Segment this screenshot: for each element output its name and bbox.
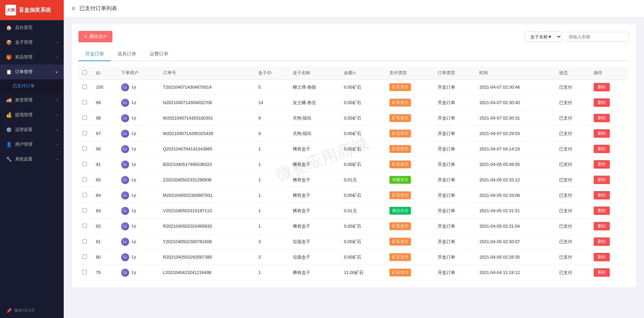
row-checkbox[interactable] (83, 177, 87, 182)
delete-row-button[interactable]: 删除 (594, 176, 610, 184)
row-checkbox[interactable] (83, 239, 87, 243)
avatar: Ly (121, 207, 129, 215)
cell-order-type: 开盒订单 (434, 110, 476, 126)
delete-row-button[interactable]: 删除 (594, 207, 610, 215)
user-icon (6, 142, 12, 147)
delete-row-button[interactable]: 删除 (594, 160, 610, 169)
sidebar-item-home[interactable]: 后台首页 (0, 20, 64, 35)
row-checkbox-cell[interactable] (78, 265, 92, 280)
cell-box-id: 1 (254, 172, 289, 188)
cell-id: 84 (92, 188, 117, 203)
sidebar-item-box-mgmt[interactable]: 盒子管理 › (0, 35, 64, 50)
cell-amount: 0.00矿石 (340, 219, 385, 234)
delete-row-button[interactable]: 删除 (594, 114, 610, 122)
cell-status: 已支付 (555, 141, 590, 157)
cell-pay-type: 矿石支付 (385, 234, 434, 249)
sidebar-item-prize-mgmt[interactable]: 奖品管理 › (0, 50, 64, 64)
tab-prop-orders[interactable]: 道具订单 (111, 48, 143, 61)
row-checkbox-cell[interactable] (78, 80, 92, 95)
delete-row-button[interactable]: 删除 (594, 268, 610, 277)
cell-pay-type: 矿石支付 (385, 95, 434, 110)
row-checkbox[interactable] (83, 193, 87, 197)
delete-row-button[interactable]: 删除 (594, 98, 610, 107)
cell-box-id: 1 (254, 157, 289, 172)
delete-selected-button[interactable]: ✕ 删除选中 (78, 31, 112, 42)
row-checkbox-cell[interactable] (78, 234, 92, 249)
filter-input[interactable] (565, 32, 629, 42)
home-icon (6, 25, 12, 30)
row-checkbox-cell[interactable] (78, 203, 92, 219)
cell-amount: 0.00矿石 (340, 234, 385, 249)
table-row: 82 Ly Ly R20210405023104658​30 1 稀有盒子 0.… (78, 219, 629, 234)
cell-order-no: W20210407143031803​01 (159, 110, 255, 126)
system-name: 盲盒抽奖系统 (19, 7, 51, 14)
cell-box-id: 5 (254, 80, 289, 95)
cell-order-type: 开盒订单 (434, 172, 476, 188)
delete-row-button[interactable]: 删除 (594, 145, 610, 153)
delete-row-button[interactable]: 删除 (594, 191, 610, 199)
cell-amount: 0.00矿石 (340, 141, 385, 157)
row-checkbox[interactable] (83, 116, 87, 120)
row-checkbox-cell[interactable] (78, 126, 92, 141)
sidebar-item-sys-settings[interactable]: 系统设置 › (0, 152, 64, 167)
cell-time: 2021-04-05 02:33:06 (475, 188, 555, 203)
row-checkbox[interactable] (83, 270, 87, 274)
row-checkbox[interactable] (83, 224, 87, 228)
delete-row-button[interactable]: 删除 (594, 129, 610, 138)
row-checkbox[interactable] (83, 146, 87, 151)
cell-user: Ly Ly (117, 157, 159, 172)
filter-select[interactable]: 盒子名称▼ (525, 32, 562, 42)
cell-pay-type: 余额支付 (385, 172, 434, 188)
delete-selected-label: 删除选中 (90, 34, 107, 40)
row-checkbox-cell[interactable] (78, 172, 92, 188)
pay-type-badge: 矿石支付 (389, 114, 411, 122)
row-checkbox-cell[interactable] (78, 249, 92, 265)
sidebar-item-paid-orders[interactable]: 已支付订单 (0, 79, 64, 93)
delete-row-button[interactable]: 删除 (594, 253, 610, 261)
row-checkbox[interactable] (83, 162, 87, 166)
avatar: Ly (121, 222, 129, 230)
sidebar-item-ops-settings[interactable]: 运营设置 › (0, 122, 64, 137)
cell-user: Ly Ly (117, 234, 159, 249)
cell-order-type: 开盒订单 (434, 188, 476, 203)
tab-open-orders[interactable]: 开盒订单 (78, 48, 111, 61)
row-checkbox[interactable] (83, 208, 87, 213)
cell-amount: 0.00矿石 (340, 188, 385, 203)
delete-row-button[interactable]: 删除 (594, 222, 610, 230)
tab-shipping-orders[interactable]: 运费订单 (143, 48, 175, 61)
row-checkbox[interactable] (83, 255, 87, 259)
cell-box-name: 垃圾盒子 (289, 249, 340, 265)
row-checkbox-cell[interactable] (78, 141, 92, 157)
row-checkbox-cell[interactable] (78, 219, 92, 234)
row-checkbox-cell[interactable] (78, 110, 92, 126)
row-checkbox[interactable] (83, 131, 87, 135)
chevron-right-icon: › (57, 98, 58, 102)
sidebar-item-order-mgmt[interactable]: 订单管理 ∨ (0, 64, 64, 79)
row-checkbox[interactable] (83, 85, 87, 89)
row-checkbox-cell[interactable] (78, 157, 92, 172)
cell-id: 98 (92, 110, 117, 126)
sidebar-item-withdraw-mgmt[interactable]: 提现管理 › (0, 107, 64, 122)
select-all-checkbox[interactable] (83, 70, 87, 75)
cell-order-no: T20210407143046793​14 (159, 80, 255, 95)
cell-box-id: 14 (254, 95, 289, 110)
sidebar-item-ship-mgmt[interactable]: 发货管理 › (0, 93, 64, 107)
sidebar-label-box: 盒子管理 (15, 39, 33, 45)
cell-action: 删除 (590, 110, 629, 126)
avatar: Ly (121, 145, 129, 153)
delete-row-button[interactable]: 删除 (594, 83, 610, 91)
cell-status: 已支付 (555, 172, 590, 188)
select-all-header[interactable] (78, 66, 92, 80)
row-checkbox[interactable] (83, 100, 87, 104)
cell-action: 删除 (590, 265, 629, 280)
row-checkbox-cell[interactable] (78, 188, 92, 203)
pay-type-badge: 矿石支付 (389, 269, 411, 276)
table-row: 98 Ly Ly W20210407143031803​01 9 天狗·陆玖 0… (78, 110, 629, 126)
delete-row-button[interactable]: 删除 (594, 237, 610, 246)
cell-id: 81 (92, 234, 117, 249)
cell-action: 删除 (590, 203, 629, 219)
cell-pay-type: 矿石支付 (385, 157, 434, 172)
row-checkbox-cell[interactable] (78, 95, 92, 110)
menu-toggle-button[interactable]: ≡ (72, 5, 75, 12)
sidebar-item-user-mgmt[interactable]: 用户管理 › (0, 137, 64, 152)
